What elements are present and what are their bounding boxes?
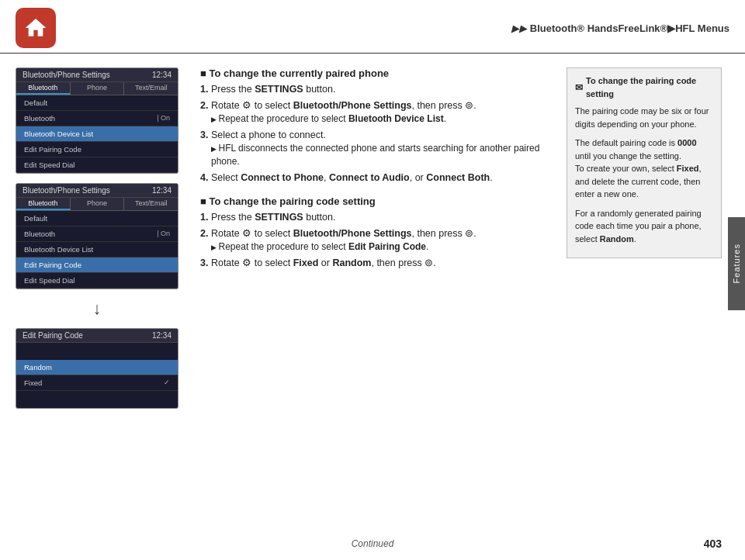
screen1-item-default: Default [16, 95, 178, 111]
screen2-item-device-list: Bluetooth Device List [16, 242, 178, 258]
sub-step1-3-1: HFL disconnects the connected phone and … [211, 142, 545, 168]
main-content: Bluetooth/Phone Settings 12:34 Bluetooth… [0, 54, 745, 417]
info-para-3: For a randomly generated pairing code ea… [575, 207, 713, 246]
screen2-tab-bluetooth: Bluetooth [16, 198, 71, 210]
info-box-title: To change the pairing code setting [575, 74, 713, 100]
screen3-item-random: Random [16, 360, 178, 375]
step1-3: 3. Select a phone to connect. HFL discon… [200, 128, 545, 168]
page-number: 403 [704, 538, 722, 550]
info-box: To change the pairing code setting The p… [567, 67, 722, 258]
section1-title: To change the currently paired phone [200, 67, 545, 79]
step2-1: 1. Press the SETTINGS button. [200, 210, 545, 224]
screen2-time: 12:34 [152, 186, 172, 195]
info-box-column: To change the pairing code setting The p… [567, 67, 722, 409]
screen1-item-speed-dial: Edit Speed Dial [16, 157, 178, 173]
screen2-item-pairing-code: Edit Pairing Code [16, 258, 178, 273]
screen1-time: 12:34 [152, 71, 172, 79]
screen2-item-bluetooth: Bluetooth| On [16, 226, 178, 242]
screen1-header: Bluetooth/Phone Settings 12:34 [16, 68, 178, 82]
step2-2-sub: Repeat the procedure to select Edit Pair… [200, 240, 545, 254]
section2-title: To change the pairing code setting [200, 195, 545, 207]
step1-2: 2. Rotate ⚙ to select Bluetooth/Phone Se… [200, 99, 545, 126]
continued-label: Continued [352, 538, 394, 549]
screen1-item-pairing-code: Edit Pairing Code [16, 142, 178, 157]
screen2-header: Bluetooth/Phone Settings 12:34 [16, 184, 178, 198]
features-tab: Features [728, 217, 745, 310]
step2-3: 3. Rotate ⚙ to select Fixed or Random, t… [200, 256, 545, 270]
screen1-item-device-list: Bluetooth Device List [16, 126, 178, 142]
page-footer: Continued 403 [0, 538, 745, 549]
screen3: Edit Pairing Code 12:34 Random Fixed✓ [16, 328, 178, 409]
chapter-title: ▶▶ Bluetooth® HandsFreeLink®▶HFL Menus [511, 22, 729, 34]
sub-step1-2-1: Repeat the procedure to select Bluetooth… [211, 112, 545, 126]
home-icon [23, 16, 48, 40]
screen2-item-default: Default [16, 211, 178, 226]
screen2: Bluetooth/Phone Settings 12:34 Bluetooth… [16, 183, 178, 289]
section1-steps: 1. Press the SETTINGS button. 2. Rotate … [200, 82, 545, 185]
screen3-time: 12:34 [152, 331, 172, 340]
arrow-down-icon: ↓ [16, 300, 178, 317]
screen1-item-bluetooth: Bluetooth| On [16, 111, 178, 126]
section2-steps: 1. Press the SETTINGS button. 2. Rotate … [200, 210, 545, 270]
instructions-column: To change the currently paired phone 1. … [192, 67, 553, 409]
screen1: Bluetooth/Phone Settings 12:34 Bluetooth… [16, 67, 178, 174]
section1: To change the currently paired phone 1. … [200, 67, 545, 185]
info-para-1: The pairing code may be six or four digi… [575, 105, 713, 130]
screen1-tab-textemail: Text/Email [124, 82, 178, 95]
screen3-title: Edit Pairing Code [23, 331, 83, 340]
step1-3-sub: HFL disconnects the connected phone and … [200, 142, 545, 168]
screen1-title: Bluetooth/Phone Settings [23, 71, 110, 79]
device-screens-column: Bluetooth/Phone Settings 12:34 Bluetooth… [16, 67, 178, 409]
screen2-title: Bluetooth/Phone Settings [23, 186, 110, 195]
page-header: ▶▶ Bluetooth® HandsFreeLink®▶HFL Menus [0, 0, 745, 54]
screen1-tabs: Bluetooth Phone Text/Email [16, 82, 178, 95]
sub-step2-2-1: Repeat the procedure to select Edit Pair… [211, 240, 545, 254]
screen2-item-speed-dial: Edit Speed Dial [16, 273, 178, 289]
screen3-header: Edit Pairing Code 12:34 [16, 329, 178, 343]
info-para-2: The default pairing code is 0000 until y… [575, 137, 713, 201]
step2-2: 2. Rotate ⚙ to select Bluetooth/Phone Se… [200, 226, 545, 254]
step1-4: 4. Select Connect to Phone, Connect to A… [200, 171, 545, 185]
screen2-tabs: Bluetooth Phone Text/Email [16, 198, 178, 211]
screen1-tab-phone: Phone [71, 82, 125, 95]
section2: To change the pairing code setting 1. Pr… [200, 195, 545, 270]
screen1-tab-bluetooth: Bluetooth [16, 82, 71, 95]
screen2-tab-phone: Phone [71, 198, 125, 210]
step1-1: 1. Press the SETTINGS button. [200, 82, 545, 96]
home-button[interactable] [16, 8, 56, 48]
screen2-tab-textemail: Text/Email [124, 198, 178, 210]
step1-2-sub: Repeat the procedure to select Bluetooth… [200, 112, 545, 126]
screen3-item-fixed: Fixed✓ [16, 375, 178, 391]
